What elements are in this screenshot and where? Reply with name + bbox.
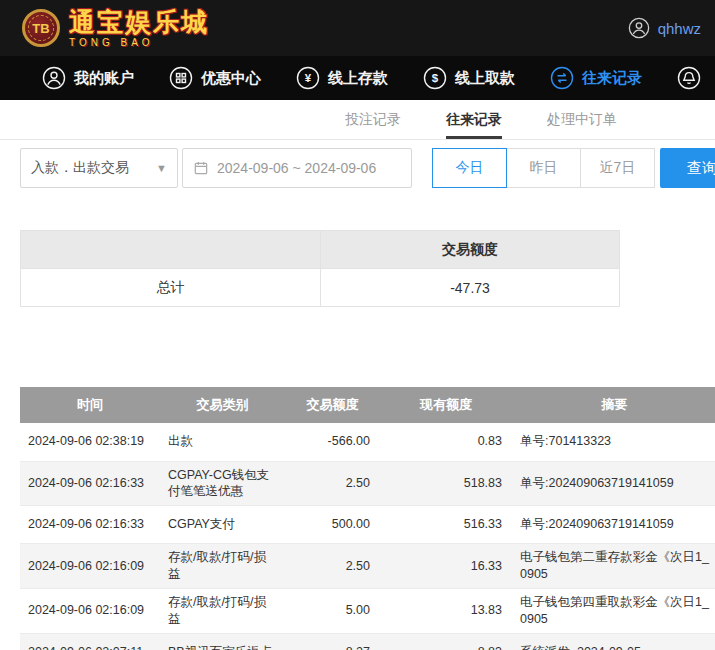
nav-label: 往来记录: [582, 69, 642, 88]
cell-amount: 5.00: [285, 589, 380, 634]
cell-type: BB视讯百家乐返点: [160, 633, 285, 650]
svg-text:$: $: [432, 72, 439, 84]
cell-balance: 16.33: [380, 544, 512, 589]
cell-balance: 516.33: [380, 506, 512, 544]
summary-header-amount: 交易额度: [321, 231, 620, 269]
records-icon: [550, 66, 574, 90]
table-row: 2024-09-06 02:07:11 BB视讯百家乐返点 8.27 8.83 …: [20, 633, 715, 650]
table-row: 2024-09-06 02:16:09 存款/取款/打码/损益 2.50 16.…: [20, 544, 715, 589]
nav-label: 优惠中心: [201, 69, 261, 88]
nav-my-account[interactable]: 我的账户: [42, 66, 134, 90]
cell-balance: 0.83: [380, 423, 512, 461]
user-icon: [42, 66, 66, 90]
nav-online-withdraw[interactable]: $ 线上取款: [423, 66, 515, 90]
cell-time: 2024-09-06 02:16:09: [20, 544, 160, 589]
cell-balance: 8.83: [380, 633, 512, 650]
cell-type: 出款: [160, 423, 285, 461]
svg-text:¥: ¥: [305, 72, 312, 84]
yesterday-button[interactable]: 昨日: [506, 148, 581, 188]
cell-summary: 电子钱包第二重存款彩金《次日1_0905: [512, 544, 715, 589]
logo-title: 通宝娱乐城: [69, 9, 209, 35]
logo-subtitle: TONG BAO: [69, 37, 209, 48]
records-table: 时间 交易类别 交易额度 现有额度 摘要 2024-09-06 02:38:19…: [20, 387, 715, 650]
cell-summary: 单号:202409063719141059: [512, 461, 715, 506]
cell-type: CGPAY-CG钱包支付笔笔送优惠: [160, 461, 285, 506]
deposit-icon: ¥: [296, 66, 320, 90]
cell-balance: 13.83: [380, 589, 512, 634]
cell-amount: 500.00: [285, 506, 380, 544]
cell-amount: 2.50: [285, 544, 380, 589]
summary-total-row: 总计 -47.73: [21, 269, 620, 307]
records-tabbar: 投注记录 往来记录 处理中订单: [0, 100, 715, 140]
nav-announcements[interactable]: [677, 66, 709, 90]
username: qhhwz: [658, 20, 701, 37]
today-button[interactable]: 今日: [432, 148, 507, 188]
cell-time: 2024-09-06 02:16:33: [20, 461, 160, 506]
table-row: 2024-09-06 02:16:33 CGPAY支付 500.00 516.3…: [20, 506, 715, 544]
table-row: 2024-09-06 02:38:19 出款 -566.00 0.83 单号:7…: [20, 423, 715, 461]
nav-label: 线上取款: [455, 69, 515, 88]
tab-pending-orders[interactable]: 处理中订单: [547, 100, 617, 139]
user-avatar-icon: [628, 17, 650, 39]
nav-online-deposit[interactable]: ¥ 线上存款: [296, 66, 388, 90]
cell-amount: 2.50: [285, 461, 380, 506]
cell-amount: -566.00: [285, 423, 380, 461]
filter-bar: 入款．出款交易 ▼ 2024-09-06 ~ 2024-09-06 今日 昨日 …: [20, 148, 715, 188]
user-account[interactable]: qhhwz: [628, 17, 701, 39]
summary-table: 交易额度 总计 -47.73: [20, 230, 620, 307]
col-balance: 现有额度: [380, 387, 512, 423]
table-row: 2024-09-06 02:16:33 CGPAY-CG钱包支付笔笔送优惠 2.…: [20, 461, 715, 506]
chevron-down-icon: ▼: [156, 162, 167, 174]
last-7-days-button[interactable]: 近7日: [580, 148, 655, 188]
cell-time: 2024-09-06 02:07:11: [20, 633, 160, 650]
nav-promotions[interactable]: 优惠中心: [169, 66, 261, 90]
bell-icon: [677, 66, 701, 90]
summary-total-label: 总计: [21, 269, 321, 307]
records-header-row: 时间 交易类别 交易额度 现有额度 摘要: [20, 387, 715, 423]
transaction-type-select[interactable]: 入款．出款交易 ▼: [20, 148, 178, 188]
promo-icon: [169, 66, 193, 90]
transaction-type-value: 入款．出款交易: [31, 159, 129, 177]
withdraw-icon: $: [423, 66, 447, 90]
cell-summary: 单号:701413323: [512, 423, 715, 461]
cell-time: 2024-09-06 02:16:09: [20, 589, 160, 634]
coin-logo-icon: TB: [22, 9, 60, 47]
tab-transaction-records[interactable]: 往来记录: [446, 100, 502, 139]
col-amount: 交易额度: [285, 387, 380, 423]
search-button[interactable]: 查询: [660, 148, 715, 188]
table-row: 2024-09-06 02:16:09 存款/取款/打码/损益 5.00 13.…: [20, 589, 715, 634]
date-range-input[interactable]: 2024-09-06 ~ 2024-09-06: [182, 148, 412, 188]
summary-header-row: 交易额度: [21, 231, 620, 269]
summary-total-value: -47.73: [321, 269, 620, 307]
cell-summary: 电子钱包第四重取款彩金《次日1_0905: [512, 589, 715, 634]
cell-amount: 8.27: [285, 633, 380, 650]
cell-balance: 518.83: [380, 461, 512, 506]
cell-time: 2024-09-06 02:38:19: [20, 423, 160, 461]
cell-time: 2024-09-06 02:16:33: [20, 506, 160, 544]
col-summary: 摘要: [512, 387, 715, 423]
date-range-value: 2024-09-06 ~ 2024-09-06: [217, 160, 376, 176]
calendar-icon: [193, 160, 209, 176]
cell-summary: 单号:202409063719141059: [512, 506, 715, 544]
col-time: 时间: [20, 387, 160, 423]
site-logo[interactable]: TB 通宝娱乐城 TONG BAO: [22, 9, 209, 48]
topbar: TB 通宝娱乐城 TONG BAO qhhwz: [0, 0, 715, 56]
tab-betting-records[interactable]: 投注记录: [345, 100, 401, 139]
nav-label: 线上存款: [328, 69, 388, 88]
nav-label: 我的账户: [74, 69, 134, 88]
nav-transaction-records[interactable]: 往来记录: [550, 66, 642, 90]
summary-header-empty-cell: [21, 231, 321, 269]
logo-text: 通宝娱乐城 TONG BAO: [69, 9, 209, 48]
cell-summary: 系统派发_2024-09-05: [512, 633, 715, 650]
main-nav: 我的账户 优惠中心 ¥ 线上存款 $ 线上取款: [0, 56, 715, 100]
cell-type: 存款/取款/打码/损益: [160, 589, 285, 634]
cell-type: CGPAY支付: [160, 506, 285, 544]
cell-type: 存款/取款/打码/损益: [160, 544, 285, 589]
col-type: 交易类别: [160, 387, 285, 423]
